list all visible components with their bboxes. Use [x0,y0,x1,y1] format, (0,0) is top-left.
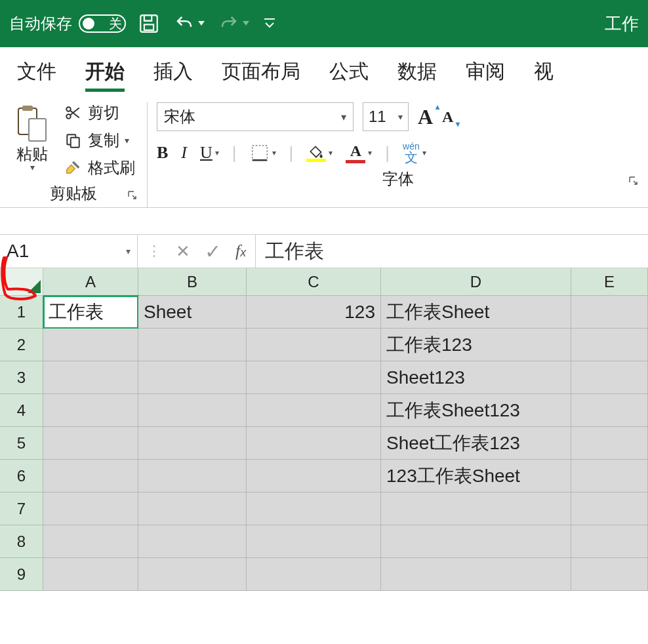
cell[interactable] [43,525,138,558]
tab-review[interactable]: 审阅 [466,58,505,85]
row-header[interactable]: 2 [0,329,43,361]
paint-bucket-icon [306,144,326,162]
phonetic-icon: wén 文 [403,142,420,164]
cell[interactable]: 工作表123 [381,329,571,361]
name-box[interactable]: A1 ▾ [0,235,138,268]
underline-button[interactable]: U ▾ [200,143,219,163]
cell[interactable] [43,493,138,525]
cell[interactable] [138,394,247,427]
confirm-icon[interactable]: ✓ [205,240,221,263]
copy-button[interactable]: 复制 ▾ [60,130,138,151]
tab-home[interactable]: 开始 [85,58,125,85]
cell[interactable] [43,329,138,361]
cell[interactable]: 123 [247,296,381,329]
italic-button[interactable]: I [181,143,187,163]
cell[interactable] [138,493,247,525]
dialog-launcher-icon[interactable] [127,186,138,205]
font-size-value: 11 [369,108,386,126]
tab-insert[interactable]: 插入 [153,58,193,85]
increase-font-icon[interactable]: A▴ [418,105,433,129]
customize-qat-icon[interactable] [264,17,275,30]
cell[interactable] [571,361,648,394]
save-icon[interactable] [138,12,160,35]
font-color-button[interactable]: A ▾ [346,142,372,163]
cell[interactable] [247,493,381,525]
cell[interactable] [138,525,247,558]
cell[interactable]: 工作表 [43,296,138,329]
row-header[interactable]: 8 [0,525,43,558]
row-header[interactable]: 3 [0,361,43,394]
cell[interactable] [571,394,648,427]
row-header[interactable]: 1 [0,296,43,329]
row-header[interactable]: 6 [0,460,43,493]
cell[interactable]: 工作表Sheet123 [381,394,571,427]
tab-formula[interactable]: 公式 [329,58,369,85]
cell[interactable]: 123工作表Sheet [381,460,571,493]
cell[interactable] [43,427,138,460]
cell[interactable] [247,329,381,361]
column-header[interactable]: E [571,268,648,296]
cell-reference: A1 [7,241,29,262]
select-all-corner[interactable] [0,268,43,296]
cell[interactable] [138,329,247,361]
paste-button[interactable]: 粘贴 ▾ [9,102,55,178]
autosave-toggle[interactable]: 自动保存 关 [9,13,126,34]
row-header[interactable]: 7 [0,493,43,525]
cell[interactable] [571,296,648,329]
font-name-select[interactable]: 宋体 ▾ [157,102,354,131]
font-size-select[interactable]: 11 ▾ [363,102,409,131]
tab-layout[interactable]: 页面布局 [222,58,300,85]
borders-button[interactable]: ▾ [250,143,276,163]
cell[interactable] [247,427,381,460]
tab-view[interactable]: 视 [534,58,554,85]
formula-input[interactable]: 工作表 [256,235,648,268]
cell[interactable] [571,427,648,460]
cell[interactable] [138,361,247,394]
cell[interactable] [571,525,648,558]
cell[interactable] [381,525,571,558]
cell[interactable]: Sheet123 [381,361,571,394]
redo-button[interactable] [219,14,249,33]
column-header[interactable]: A [43,268,138,296]
cell[interactable] [138,558,247,591]
fill-color-button[interactable]: ▾ [306,144,333,162]
row-header[interactable]: 4 [0,394,43,427]
cell[interactable] [247,361,381,394]
cell[interactable] [43,394,138,427]
undo-button[interactable] [174,14,205,33]
dialog-launcher-icon[interactable] [628,172,639,190]
cell[interactable] [247,394,381,427]
bold-button[interactable]: B [157,143,168,163]
cell[interactable] [571,329,648,361]
cell[interactable] [43,460,138,493]
cell[interactable] [381,558,571,591]
cell[interactable] [43,558,138,591]
column-header[interactable]: D [381,268,571,296]
cell[interactable] [247,460,381,493]
cell[interactable] [43,361,138,394]
phonetic-guide-button[interactable]: wén 文 ▾ [403,142,426,164]
cell[interactable] [247,558,381,591]
column-header[interactable]: C [247,268,381,296]
cut-button[interactable]: 剪切 [60,102,138,123]
cell[interactable] [138,460,247,493]
cell[interactable] [571,460,648,493]
fx-icon[interactable]: fx [235,241,246,261]
cancel-icon[interactable]: ✕ [176,241,190,262]
tab-data[interactable]: 数据 [397,58,437,85]
expand-icon[interactable]: ⋮ [147,243,161,260]
tab-file[interactable]: 文件 [17,58,56,85]
cell[interactable] [571,493,648,525]
cell[interactable] [571,558,648,591]
format-painter-button[interactable]: 格式刷 [60,157,138,178]
cell[interactable] [247,525,381,558]
cell[interactable]: 工作表Sheet [381,296,571,329]
cell[interactable]: Sheet工作表123 [381,427,571,460]
cell[interactable] [381,493,571,525]
cell[interactable]: Sheet [138,296,247,329]
cell[interactable] [138,427,247,460]
row-header[interactable]: 5 [0,427,43,460]
decrease-font-icon[interactable]: A▾ [442,108,453,126]
column-header[interactable]: B [138,268,247,296]
row-header[interactable]: 9 [0,558,43,591]
